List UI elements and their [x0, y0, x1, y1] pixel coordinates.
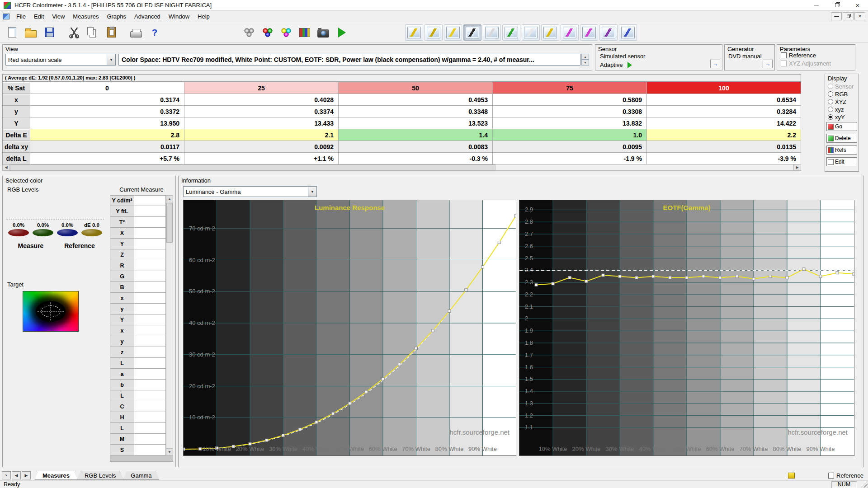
menu-help[interactable]: Help	[193, 11, 214, 22]
go-button[interactable]: Go	[826, 122, 857, 131]
measure-cell[interactable]: 0.3308	[493, 106, 647, 117]
minimize-button[interactable]	[806, 0, 826, 10]
view-gamut-button[interactable]	[502, 24, 520, 41]
reference-checkbox[interactable]: Reference	[781, 52, 816, 59]
measure-cell[interactable]: 0.0092	[184, 141, 339, 153]
measure-cell[interactable]: 13.433	[184, 117, 339, 129]
refs-button[interactable]: Refs	[826, 145, 857, 155]
open-file-button[interactable]	[22, 24, 39, 41]
cut-button[interactable]	[66, 24, 83, 41]
measure-cell[interactable]: -3.9 %	[647, 153, 801, 164]
reference-view-checkbox[interactable]: Reference	[828, 472, 863, 479]
measure-cell[interactable]: 0.3348	[339, 106, 493, 117]
menu-file[interactable]: File	[12, 11, 30, 22]
restore-button[interactable]	[826, 0, 847, 10]
tabnav-left-icon[interactable]: ◀	[12, 471, 21, 479]
measure-cell[interactable]: 13.832	[493, 117, 647, 129]
measure-cell[interactable]: 2.8	[30, 129, 184, 141]
sensor-properties-button[interactable]: →	[710, 60, 720, 68]
view-cie-diagram-button[interactable]	[599, 24, 618, 41]
tab-measures[interactable]: Measures	[35, 471, 77, 480]
new-document-button[interactable]	[4, 24, 21, 41]
vscroll-thumb[interactable]	[166, 203, 173, 243]
view-rgb-levels-button[interactable]	[561, 24, 579, 41]
document-icon[interactable]	[3, 14, 9, 19]
copy-button[interactable]	[84, 24, 101, 41]
measure-cell[interactable]: 1.0	[493, 129, 647, 141]
snapshot-button[interactable]	[315, 24, 332, 41]
menu-edit[interactable]: Edit	[30, 11, 48, 22]
measure-cell[interactable]: +1.1 %	[184, 153, 339, 164]
measure-cell[interactable]: 0.4028	[184, 94, 339, 106]
tabnav-close-icon[interactable]: ×	[2, 471, 11, 479]
scroll-left-icon[interactable]: ◀	[3, 164, 10, 170]
run-measures-button[interactable]	[333, 24, 350, 41]
measure-cell[interactable]: 0.3284	[647, 106, 801, 117]
display-option-xyz[interactable]: xyz	[828, 106, 854, 113]
measure-cell[interactable]: 0.0095	[493, 141, 647, 153]
measure-primaries-button[interactable]	[259, 24, 276, 41]
measures-hscrollbar[interactable]: ◀ ▶	[2, 164, 801, 171]
view-near-black-button[interactable]	[425, 24, 443, 41]
scroll-right-icon[interactable]: ▶	[793, 164, 801, 170]
menu-graphs[interactable]: Graphs	[103, 11, 130, 22]
tab-rgb-levels[interactable]: RGB Levels	[77, 471, 123, 480]
mdi-close-button[interactable]: ×	[854, 12, 865, 20]
spin-down-icon[interactable]: ▼	[581, 60, 589, 66]
measure-cell[interactable]: 13.523	[339, 117, 493, 129]
menu-advanced[interactable]: Advanced	[130, 11, 165, 22]
measure-cell[interactable]: 0.6534	[647, 94, 801, 106]
print-button[interactable]	[127, 24, 145, 41]
measure-cell[interactable]: 2.1	[184, 129, 339, 141]
measure-color-checker-button[interactable]	[296, 24, 313, 41]
view-grayscale-button[interactable]	[405, 24, 423, 41]
graph-type-select[interactable]: Luminance - Gamma ▼	[183, 186, 317, 197]
menu-view[interactable]: View	[48, 11, 69, 22]
current-measure-scrollbar[interactable]: ▲ ▼	[166, 195, 173, 455]
measure-cell[interactable]: 0.0135	[647, 141, 801, 153]
tabnav-right-icon[interactable]: ▶	[22, 471, 31, 479]
measure-secondaries-button[interactable]	[278, 24, 295, 41]
measure-cell[interactable]: 2.2	[647, 129, 801, 141]
measure-cell[interactable]: +5.7 %	[30, 153, 184, 164]
tab-gamma[interactable]: Gamma	[123, 471, 159, 480]
view-near-white-button[interactable]	[444, 24, 462, 41]
view-saturation-button[interactable]	[463, 24, 481, 41]
generator-properties-button[interactable]: →	[763, 60, 773, 68]
view-color-temperature-button[interactable]	[580, 24, 598, 41]
measure-cell[interactable]: 0.4953	[339, 94, 493, 106]
measure-cell[interactable]: 14.422	[647, 117, 801, 129]
close-button[interactable]: ×	[847, 0, 868, 10]
measure-cell[interactable]: 0.0117	[30, 141, 184, 153]
help-button[interactable]: ?	[146, 24, 163, 41]
edit-button[interactable]: Edit	[826, 157, 857, 166]
measure-cell[interactable]: 0.3372	[30, 106, 184, 117]
sensor-settings-button[interactable]	[241, 24, 258, 41]
measure-cell[interactable]: 0.3174	[30, 94, 184, 106]
scroll-up-icon[interactable]: ▲	[166, 196, 173, 202]
measure-cell[interactable]: 0.5809	[493, 94, 647, 106]
measure-cell[interactable]: 13.950	[30, 117, 184, 129]
measure-cell[interactable]: 0.0083	[339, 141, 493, 153]
display-option-xyz[interactable]: XYZ	[828, 98, 854, 105]
measure-cell[interactable]: 1.4	[339, 129, 493, 141]
paste-button[interactable]	[103, 24, 120, 41]
view-contrast-button[interactable]	[522, 24, 540, 41]
menu-window[interactable]: Window	[165, 11, 193, 22]
display-option-xyy[interactable]: xyY	[828, 113, 854, 121]
save-file-button[interactable]	[41, 24, 58, 41]
scroll-down-icon[interactable]: ▼	[166, 448, 173, 455]
mdi-restore-button[interactable]	[843, 12, 854, 20]
measure-cell[interactable]: -1.9 %	[493, 153, 647, 164]
measure-cell[interactable]: -0.3 %	[339, 153, 493, 164]
view-luminance-button[interactable]	[541, 24, 559, 41]
view-primaries-button[interactable]	[483, 24, 501, 41]
scale-select[interactable]: Red saturation scale ▼	[5, 54, 116, 66]
menu-measures[interactable]: Measures	[69, 11, 103, 22]
measure-cell[interactable]: 0.3374	[184, 106, 339, 117]
display-option-rgb[interactable]: RGB	[828, 90, 854, 98]
resize-grip[interactable]	[861, 481, 868, 488]
spin-up-icon[interactable]: ▲	[581, 54, 589, 60]
hscroll-thumb[interactable]	[10, 164, 495, 170]
hscroll-track[interactable]	[10, 164, 793, 170]
